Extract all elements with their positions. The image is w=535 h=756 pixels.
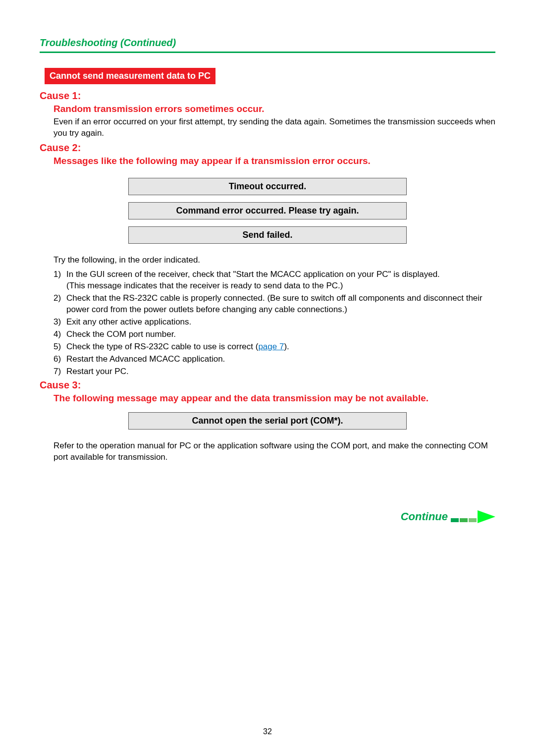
list-num: 4) [54,329,66,340]
list-body: Check that the RS-232C cable is properly… [66,293,495,316]
list-text: Exit any other active applications. [66,317,191,326]
cause3-label: Cause 3: [40,379,495,391]
cause2-intro: Try the following, in the order indicate… [54,255,495,266]
continue-wrap[interactable]: Continue [401,510,495,523]
list-text: In the GUI screen of the receiver, check… [66,270,440,279]
continue-arrow-icon [451,510,495,523]
page: Troubleshooting (Continued) Cannot send … [0,0,535,756]
list-text: ). [284,342,289,351]
list-item: 5) Check the type of RS-232C cable to us… [54,341,495,353]
message-box-serial-port: Cannot open the serial port (COM*). [128,412,407,430]
section-title: Cannot send measurement data to PC [45,68,215,84]
list-text: Check the COM port number. [66,329,176,339]
list-text: Restart your PC. [66,367,129,376]
svg-marker-3 [478,510,495,523]
cause1-subtitle: Random transmission errors sometimes occ… [54,103,495,115]
list-text: Restart the Advanced MCACC application. [66,354,225,364]
list-body: In the GUI screen of the receiver, check… [66,269,495,292]
list-body: Exit any other active applications. [66,317,495,328]
list-num: 3) [54,317,66,328]
cause3-subtitle: The following message may appear and the… [54,392,495,405]
page-link[interactable]: page 7 [258,342,284,351]
list-num: 2) [54,293,66,316]
list-text: (This message indicates that the receive… [66,281,343,290]
list-body: Check the type of RS-232C cable to use i… [66,341,495,353]
message-box-send-failed: Send failed. [128,226,407,244]
page-number: 32 [0,727,535,736]
cause3-body: Refer to the operation manual for PC or … [54,440,495,463]
list-num: 1) [54,269,66,292]
list-body: Restart the Advanced MCACC application. [66,354,495,365]
svg-rect-2 [469,518,477,522]
list-body: Restart your PC. [66,366,495,378]
list-item: 1) In the GUI screen of the receiver, ch… [54,269,495,292]
ordered-list: 1) In the GUI screen of the receiver, ch… [54,269,495,377]
list-item: 3) Exit any other active applications. [54,317,495,328]
svg-rect-1 [460,518,468,522]
divider [40,52,495,53]
breadcrumb: Troubleshooting (Continued) [40,37,495,49]
cause2-subtitle: Messages like the following may appear i… [54,155,495,167]
list-text: Check that the RS-232C cable is properly… [66,293,482,314]
list-num: 7) [54,366,66,378]
continue-label: Continue [401,510,448,523]
list-item: 6) Restart the Advanced MCACC applicatio… [54,354,495,365]
list-item: 7) Restart your PC. [54,366,495,378]
message-box-command-error: Command error occurred. Please try again… [128,202,407,219]
cause2-label: Cause 2: [40,142,495,154]
list-item: 4) Check the COM port number. [54,329,495,340]
cause1-label: Cause 1: [40,90,495,102]
message-box-timeout: Timeout occurred. [128,178,407,195]
cause1-body: Even if an error occurred on your first … [54,116,495,139]
list-text: Check the type of RS-232C cable to use i… [66,342,258,351]
list-body: Check the COM port number. [66,329,495,340]
list-num: 5) [54,341,66,353]
list-num: 6) [54,354,66,365]
list-item: 2) Check that the RS-232C cable is prope… [54,293,495,316]
svg-rect-0 [451,518,459,522]
